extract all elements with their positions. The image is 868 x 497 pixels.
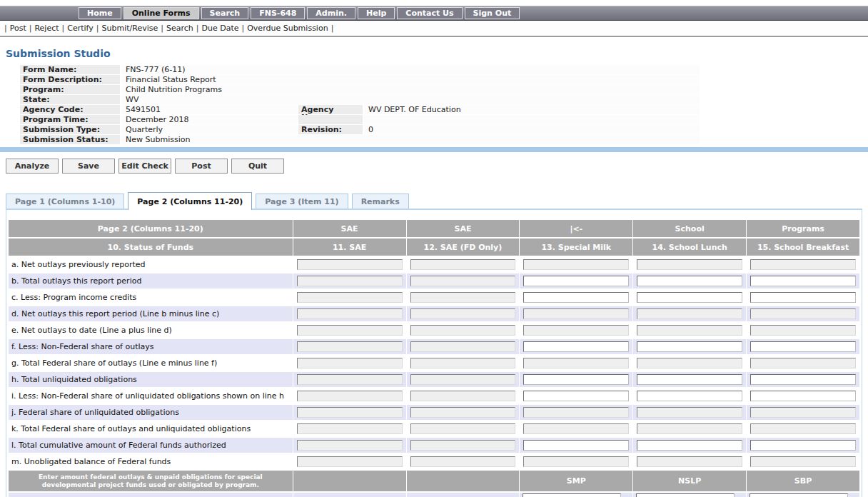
- info-value-program: Child Nutrition Programs: [121, 85, 700, 94]
- submenu-item-overdue-submission[interactable]: Overdue Submission: [247, 24, 328, 33]
- submenu-item-submit-revise[interactable]: Submit/Revise: [102, 24, 158, 33]
- table-row-h: h. Total unliquidated obligations: [9, 372, 859, 387]
- input-rowd-col12: [410, 308, 516, 319]
- submenu-item-reject[interactable]: Reject: [34, 24, 59, 33]
- tab-remarks[interactable]: Remarks: [352, 194, 409, 209]
- input-rowl-col11: [297, 440, 403, 451]
- divider-bar: [0, 147, 868, 152]
- column-header-10-status-of-funds: 10. Status of Funds: [9, 239, 293, 256]
- input-rowh-col14[interactable]: [637, 374, 742, 385]
- input-rowi-col15[interactable]: [750, 391, 856, 401]
- row-label-f: f. Less: Non-Federal share of outlays: [9, 339, 293, 354]
- table-head: Page 2 (Columns 11-20)SAESAE|<-SchoolPro…: [9, 220, 859, 256]
- input-rowc-col13[interactable]: [523, 292, 629, 303]
- cell-rowi-col13: [520, 388, 632, 403]
- cell-rowc-col11: [293, 290, 406, 305]
- cell-rowl-col12: [407, 438, 520, 453]
- input-rowd-col11: [297, 308, 403, 319]
- cell-rowa-col12: [407, 257, 520, 272]
- input-rowh-col15[interactable]: [750, 374, 856, 385]
- input-rowb-col13[interactable]: [523, 276, 629, 286]
- column-header-13-special-milk: 13. Special Milk: [520, 239, 632, 256]
- input-amounts-smp[interactable]: [523, 493, 621, 497]
- cell-rowe-col14: [633, 323, 746, 338]
- submenu-item-certify[interactable]: Certify: [67, 24, 94, 33]
- tab-page-3-item-11[interactable]: Page 3 (Item 11): [256, 194, 348, 209]
- cell-rowk-col14: [633, 421, 746, 436]
- submenu-item-search[interactable]: Search: [166, 24, 193, 33]
- input-rowf-col15[interactable]: [750, 341, 856, 352]
- info-value-submission-status: New Submission: [121, 135, 700, 144]
- submenu-separator: |: [29, 24, 32, 33]
- cell-rowb-col12: [407, 273, 520, 288]
- cell-rowf-col14: [633, 339, 746, 354]
- input-rowm-col13: [523, 456, 629, 467]
- special-header-row: Enter amount federal outlays & unpaid ob…: [9, 471, 859, 491]
- input-rowl-col13[interactable]: [523, 440, 629, 451]
- table-row-e: e. Net outlays to date (Line a plus line…: [9, 323, 859, 338]
- nav-item-fns-648[interactable]: FNS-648: [251, 7, 305, 19]
- input-rowc-col14[interactable]: [637, 292, 742, 303]
- cell-rowb-col15: [747, 273, 859, 288]
- submenu-separator: |: [161, 24, 163, 33]
- cell-rowg-col11: [293, 356, 406, 371]
- input-rowc-col15[interactable]: [750, 292, 856, 303]
- input-rowf-col14[interactable]: [637, 341, 742, 352]
- input-rowi-col13[interactable]: [523, 391, 629, 401]
- input-amounts-nslp[interactable]: [636, 493, 735, 497]
- save-button[interactable]: Save: [62, 159, 115, 174]
- row-label-h: h. Total unliquidated obligations: [9, 372, 293, 387]
- nav-item-home[interactable]: Home: [79, 7, 121, 19]
- cell-rowb-col11: [293, 273, 406, 288]
- input-rowk-col12: [410, 423, 516, 434]
- nav-item-help[interactable]: Help: [358, 7, 395, 19]
- input-rowj-col11: [297, 407, 403, 418]
- input-amounts-sbp[interactable]: [750, 493, 848, 497]
- input-rowg-col12: [410, 358, 516, 368]
- table-row-f: f. Less: Non-Federal share of outlays: [9, 339, 859, 354]
- cell-rowg-col13: [520, 356, 632, 371]
- amounts-cell-col12: [407, 493, 520, 497]
- top-nav: HomeOnline FormsSearchFNS-648Admin.HelpC…: [0, 6, 868, 21]
- cell-rowk-col12: [407, 421, 520, 436]
- input-rowb-col14[interactable]: [637, 276, 742, 286]
- special-header-nslp: NSLP: [633, 471, 746, 491]
- quit-button[interactable]: Quit: [231, 159, 284, 174]
- cell-rowg-col15: [747, 356, 859, 371]
- post-button[interactable]: Post: [175, 159, 228, 174]
- nav-item-admin[interactable]: Admin.: [307, 7, 355, 19]
- cell-rowd-col15: [747, 306, 859, 321]
- tab-page-1-columns-1-10[interactable]: Page 1 (Columns 1-10): [6, 194, 124, 209]
- nav-item-contact-us[interactable]: Contact Us: [397, 7, 462, 19]
- cell-rowl-col11: [293, 438, 406, 453]
- input-rowl-col14[interactable]: [637, 440, 742, 451]
- input-rowf-col13[interactable]: [523, 341, 629, 352]
- special-header-empty-0: [293, 471, 406, 491]
- input-rowk-col13: [523, 423, 629, 434]
- analyze-button[interactable]: Analyze: [6, 159, 59, 174]
- nav-item-search[interactable]: Search: [201, 7, 249, 19]
- submenu-separator: |: [331, 24, 334, 33]
- info-label-form-name: Form Name:: [20, 65, 120, 74]
- input-rowi-col14[interactable]: [637, 391, 742, 401]
- submenu-item-post[interactable]: Post: [10, 24, 26, 33]
- input-rowa-col15: [750, 259, 856, 270]
- cell-rowf-col11: [293, 339, 406, 354]
- input-rowb-col15[interactable]: [750, 276, 856, 286]
- cell-rowc-col15: [747, 290, 859, 305]
- row-label-g: g. Total Federal share of outlays (Line …: [9, 356, 293, 371]
- edit-check-button[interactable]: Edit Check: [118, 159, 171, 174]
- nav-item-sign-out[interactable]: Sign Out: [465, 7, 520, 19]
- nav-item-online-forms[interactable]: Online Forms: [123, 7, 199, 19]
- tab-page-2-columns-11-20[interactable]: Page 2 (Columns 11-20): [128, 192, 252, 210]
- input-rowc-col12: [410, 292, 516, 303]
- cell-rowj-col12: [407, 405, 520, 420]
- cell-rowe-col12: [407, 323, 520, 338]
- input-rowl-col15[interactable]: [750, 440, 856, 451]
- group-header-page-2-columns-11-20: Page 2 (Columns 11-20): [9, 220, 293, 237]
- submenu-item-due-date[interactable]: Due Date: [201, 24, 238, 33]
- cell-rowe-col11: [293, 323, 406, 338]
- input-rowh-col13[interactable]: [523, 374, 629, 385]
- input-rowf-col12: [410, 341, 516, 352]
- cell-rowj-col13: [520, 405, 632, 420]
